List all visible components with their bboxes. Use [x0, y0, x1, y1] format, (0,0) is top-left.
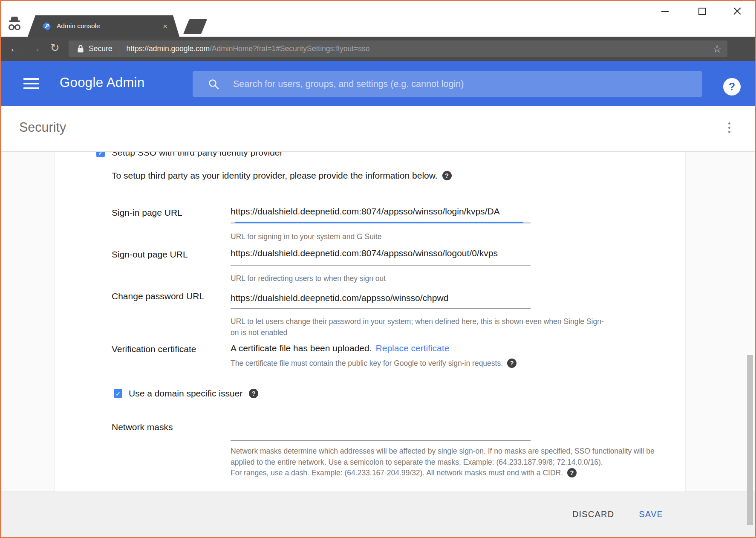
sign-in-url-focus-underline — [235, 222, 523, 223]
sso-intro-text: To setup third party as your identity pr… — [112, 171, 438, 181]
bookmark-star-icon[interactable]: ☆ — [713, 43, 722, 54]
product-title: Google Admin — [60, 75, 145, 90]
network-masks-helper-2-row: For ranges, use a dash. Example: (64.233… — [231, 468, 577, 477]
page-header: Security — [1, 106, 755, 151]
page-title: Security — [19, 120, 66, 135]
certificate-status-text: A certificate file has been uploaded. — [231, 343, 372, 353]
domain-issuer-row: ✓ Use a domain specific issuer ? — [114, 388, 258, 399]
change-password-url-underline — [231, 308, 531, 309]
domain-issuer-help-icon[interactable]: ? — [249, 389, 258, 398]
page-url[interactable]: https://admin.google.com/AdminHome?fral=… — [126, 44, 369, 53]
forward-button: → — [29, 43, 41, 54]
certificate-help-icon[interactable]: ? — [507, 359, 517, 368]
certificate-status-row: A certificate file has been uploaded. Re… — [231, 343, 449, 353]
change-password-url-label: Change password URL — [112, 291, 204, 301]
sign-out-url-helper: URL for redirecting users to when they s… — [231, 274, 386, 283]
sign-in-url-input[interactable]: https://dualshield.deepnetid.com:8074/ap… — [231, 206, 531, 217]
setup-sso-label: Setup SSO with third party identity prov… — [112, 152, 283, 158]
certificate-helper-text: The certificate file must contain the pu… — [231, 359, 503, 368]
new-tab-button[interactable] — [183, 19, 207, 34]
network-masks-helper-2: For ranges, use a dash. Example: (64.233… — [231, 469, 563, 477]
change-password-url-input[interactable]: https://dualshield.deepnetid.com/appsso/… — [231, 293, 531, 303]
google-admin-appbar: Google Admin Search for users, groups, a… — [1, 61, 755, 106]
sign-in-url-helper: URL for signing in to your system and G … — [231, 232, 381, 241]
replace-certificate-link[interactable]: Replace certificate — [376, 343, 450, 353]
url-host: https://admin.google.com — [126, 44, 210, 53]
sso-intro-help-icon[interactable]: ? — [442, 171, 452, 180]
setup-sso-checkbox[interactable]: ✓ — [96, 152, 105, 157]
network-masks-label: Network masks — [112, 422, 173, 432]
help-button[interactable]: ? — [723, 78, 741, 95]
page-overflow-menu-icon[interactable] — [726, 120, 733, 136]
admin-search-input[interactable]: Search for users, groups, and settings (… — [193, 71, 702, 97]
address-divider — [119, 44, 119, 54]
sign-in-url-label: Sign-in page URL — [112, 208, 182, 218]
window-maximize-button[interactable] — [698, 8, 706, 15]
flyout-footer: DISCARD SAVE — [1, 492, 755, 537]
setup-sso-row-clipped: ✓ Setup SSO with third party identity pr… — [55, 152, 685, 158]
admin-console-favicon-gear-icon — [42, 22, 51, 31]
window-titlebar: Admin console × — [1, 1, 755, 37]
domain-issuer-label: Use a domain specific issuer — [129, 388, 242, 399]
tab-close-icon[interactable]: × — [163, 22, 167, 30]
certificate-helper-row: The certificate file must contain the pu… — [231, 359, 517, 368]
network-masks-underline — [231, 440, 531, 441]
incognito-icon — [6, 16, 23, 34]
address-bar[interactable]: Secure https://admin.google.com/AdminHom… — [69, 40, 727, 57]
verification-certificate-label: Verification certificate — [112, 344, 196, 354]
browser-window: Admin console × ← → ↻ Secure https://adm… — [0, 0, 756, 538]
browser-tab-admin-console[interactable]: Admin console × — [28, 15, 179, 37]
sign-out-url-label: Sign-out page URL — [112, 249, 188, 260]
network-masks-helper-1: Network masks determine which addresses … — [231, 445, 679, 468]
sso-settings-card: ✓ Setup SSO with third party identity pr… — [54, 152, 686, 492]
sso-intro-row: To setup third party as your identity pr… — [112, 171, 452, 181]
sign-out-url-underline — [231, 265, 531, 266]
change-password-url-helper: URL to let users change their password i… — [231, 316, 604, 338]
url-path: /AdminHome?fral=1#SecuritySettings:flyou… — [210, 44, 369, 53]
search-placeholder: Search for users, groups, and settings (… — [233, 79, 464, 90]
back-button[interactable]: ← — [9, 43, 20, 54]
network-masks-help-icon[interactable]: ? — [567, 468, 577, 477]
save-button[interactable]: SAVE — [639, 509, 663, 519]
secure-lock-icon — [77, 44, 84, 53]
sign-out-url-input[interactable]: https://dualshield.deepnetid.com:8074/ap… — [231, 248, 531, 258]
domain-issuer-checkbox[interactable]: ✓ — [114, 389, 122, 398]
hamburger-menu-icon[interactable] — [23, 78, 39, 89]
window-minimize-button[interactable] — [661, 11, 669, 12]
content-area: ✓ Setup SSO with third party identity pr… — [1, 151, 755, 538]
window-close-button[interactable] — [733, 7, 741, 14]
scrollbar-thumb[interactable] — [747, 355, 753, 525]
search-icon — [208, 78, 219, 90]
discard-button[interactable]: DISCARD — [572, 509, 614, 519]
secure-label: Secure — [89, 44, 112, 53]
tab-title: Admin console — [57, 22, 100, 30]
reload-button[interactable]: ↻ — [50, 42, 60, 54]
browser-toolbar: ← → ↻ Secure https://admin.google.com/Ad… — [1, 37, 755, 61]
